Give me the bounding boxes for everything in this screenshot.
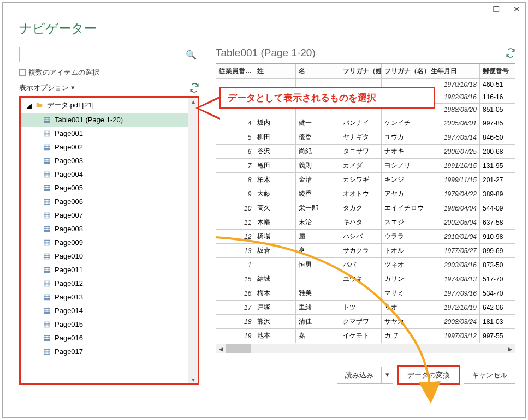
scroll-right-icon[interactable]: ▸ — [505, 344, 515, 354]
column-header[interactable]: 郵便番号 — [479, 64, 515, 79]
transform-button[interactable]: データの変換 — [397, 365, 460, 385]
cell: 雅美 — [296, 286, 340, 301]
column-header[interactable]: フリガナ（姓） — [340, 64, 382, 79]
cancel-button[interactable]: キャンセル — [464, 367, 515, 384]
multi-select-row[interactable]: 複数のアイテムの選択 — [19, 68, 199, 77]
tree-item[interactable]: Page001 — [21, 127, 188, 140]
display-options-dropdown[interactable]: 表示オプション — [19, 83, 75, 93]
cell: 高久 — [254, 201, 296, 215]
tree-item[interactable]: Page008 — [21, 222, 188, 236]
tree-item[interactable]: Page013 — [21, 290, 188, 304]
tree-item[interactable]: Page003 — [21, 154, 188, 167]
column-header[interactable]: 従業員番… — [216, 64, 254, 79]
table-row[interactable]: 4坂内健一バンナイケンイチ2005/06/01997-85 — [216, 116, 515, 130]
table-row[interactable]: 12橋場麗ハシバウララ2010/01/04910-98 — [216, 230, 515, 244]
table-icon — [43, 348, 51, 356]
column-header[interactable]: フリガナ（名） — [382, 64, 428, 79]
table-icon — [43, 198, 51, 206]
table-row[interactable]: 19池本嘉一イケモトカ チ1997/03/12997-55 — [216, 329, 515, 343]
tree-item[interactable]: Page011 — [21, 263, 188, 277]
cell: トツ — [340, 301, 382, 315]
tree-item-label: Page007 — [55, 211, 83, 219]
table-icon — [43, 307, 51, 315]
table-row[interactable]: 18熊沢清佳クマザワサヤカ2008/03/24181-03 — [216, 315, 515, 329]
cell: 健一 — [296, 116, 340, 130]
cell: 8 — [216, 173, 254, 187]
tree-item[interactable]: Table001 (Page 1-20) — [21, 113, 188, 127]
preview-title: Table001 (Page 1-20) — [216, 47, 316, 59]
search-icon[interactable]: 🔍 — [183, 47, 199, 62]
svg-rect-9 — [44, 240, 50, 245]
table-row[interactable]: 1恒男ババツネオ2003/08/16873-50 — [216, 258, 515, 272]
table-row[interactable]: 17戸塚里緒トツリオ1972/10/19642-06 — [216, 301, 515, 315]
cell: 谷沢 — [254, 145, 296, 159]
cell: タニサワ — [340, 145, 382, 159]
refresh-preview-icon[interactable] — [506, 48, 515, 58]
tree-item[interactable]: Page002 — [21, 140, 188, 154]
cell: 1977/05/27 — [428, 244, 479, 258]
scroll-thumb[interactable] — [226, 344, 251, 353]
cell: 5 — [216, 130, 254, 145]
column-header[interactable]: 姓 — [254, 64, 296, 79]
scroll-left-icon[interactable]: ◂ — [216, 344, 226, 354]
column-header[interactable]: 生年月日 — [428, 64, 479, 79]
tree-item[interactable]: Page012 — [21, 277, 188, 290]
cell: キンジ — [382, 173, 428, 187]
load-dropdown-button[interactable]: ▾ — [382, 367, 393, 384]
search-input[interactable] — [20, 47, 183, 62]
column-header[interactable]: 名 — [296, 64, 340, 79]
table-row[interactable]: 16梅木雅美マサミ1977/09/16534-70 — [216, 286, 515, 301]
tree-item[interactable]: Page016 — [21, 331, 188, 345]
cell: 2008/03/24 — [428, 315, 479, 329]
cell: 2010/01/04 — [428, 230, 479, 244]
table-row[interactable]: 8柏木金治カシワギキンジ1999/11/15201-27 — [216, 173, 515, 187]
table-row[interactable]: 9大藤綾香オオトウアヤカ1979/04/22389-89 — [216, 187, 515, 201]
tree-item[interactable]: Page004 — [21, 167, 188, 181]
svg-rect-16 — [44, 335, 50, 340]
svg-rect-13 — [44, 295, 50, 299]
scrollbar-horizontal[interactable]: ◂ ▸ — [216, 344, 515, 353]
table-row[interactable]: 13坂倉亨サカクラトオル1977/05/27099-69 — [216, 244, 515, 258]
refresh-icon[interactable] — [189, 83, 199, 93]
close-icon[interactable]: ✕ — [511, 4, 522, 15]
cell: 里緒 — [296, 301, 340, 315]
cell: 181-03 — [479, 315, 515, 329]
tree-item[interactable]: Page005 — [21, 181, 188, 195]
cell: 大藤 — [254, 187, 296, 201]
tree-item[interactable]: Page009 — [21, 236, 188, 249]
cell: ケンイチ — [382, 116, 428, 130]
table-icon — [43, 116, 51, 124]
table-row[interactable]: 5柳田優香ヤナギタユウカ1977/05/14846-50 — [216, 130, 515, 145]
svg-rect-12 — [44, 281, 50, 286]
table-row[interactable]: 10高久栄一郎タカクエイイチロウ1986/04/04544-09 — [216, 201, 515, 215]
svg-rect-17 — [44, 349, 50, 354]
load-button[interactable]: 読み込み — [337, 367, 382, 384]
table-row[interactable]: 6谷沢尚紀タニサワナオキ2006/07/25200-68 — [216, 145, 515, 159]
cell: 12 — [216, 230, 254, 244]
cell: 131-95 — [479, 159, 515, 173]
table-row[interactable]: 11木幡末治キハタスエジ2002/05/04637-58 — [216, 215, 515, 230]
table-icon — [43, 293, 51, 301]
checkbox-icon[interactable] — [19, 69, 26, 76]
tree-item[interactable]: Page007 — [21, 208, 188, 222]
table-icon — [43, 225, 51, 233]
cell: 清佳 — [296, 315, 340, 329]
tree-item[interactable]: Page006 — [21, 195, 188, 208]
search-box[interactable]: 🔍 — [19, 47, 199, 62]
scroll-down-icon[interactable]: ▾ — [188, 376, 198, 383]
cell: ヨシノリ — [382, 159, 428, 173]
cell: 201-27 — [479, 173, 515, 187]
tree-item[interactable]: Page014 — [21, 304, 188, 317]
cell: アヤカ — [382, 187, 428, 201]
tree-item-label: Page001 — [55, 129, 83, 137]
tree-item[interactable]: Page010 — [21, 249, 188, 263]
tree-item[interactable]: Page017 — [21, 345, 188, 358]
cell: 木幡 — [254, 215, 296, 230]
tree-item[interactable]: Page015 — [21, 317, 188, 331]
table-row[interactable]: 7亀田義則カメダヨシノリ1991/10/15131-95 — [216, 159, 515, 173]
table-row[interactable]: 15結城ユウキカリン1974/08/13517-70 — [216, 272, 515, 286]
scrollbar-vertical[interactable]: ▴ ▾ — [188, 98, 198, 383]
tree-root[interactable]: ◢データ.pdf [21] — [21, 98, 188, 113]
tree-panel: ◢データ.pdf [21]Table001 (Page 1-20)Page001… — [21, 98, 188, 383]
maximize-icon[interactable]: ☐ — [490, 4, 501, 15]
